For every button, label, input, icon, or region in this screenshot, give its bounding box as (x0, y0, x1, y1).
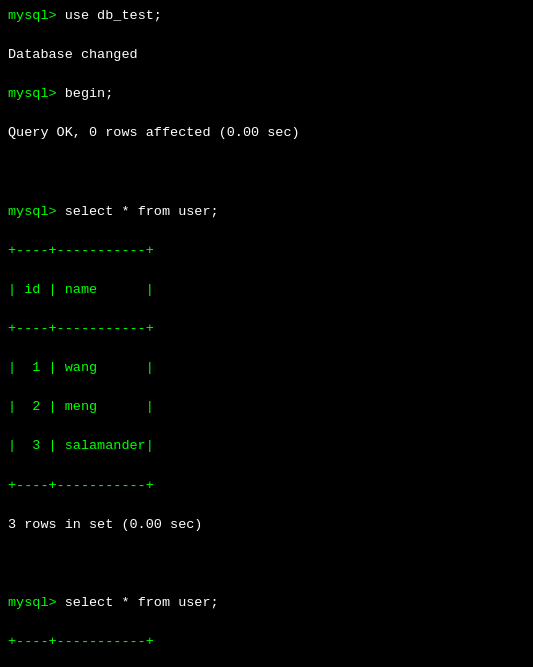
prompt: mysql> (8, 204, 65, 219)
terminal-line: | 2 | meng | (8, 397, 525, 417)
terminal-window: mysql> use db_test; Database changed mys… (8, 6, 525, 667)
command: begin; (65, 86, 114, 101)
command: select * from user; (65, 595, 219, 610)
terminal-line (8, 554, 525, 574)
prompt: mysql> (8, 595, 65, 610)
prompt: mysql> (8, 8, 65, 23)
terminal-line: mysql> select * from user; (8, 202, 525, 222)
terminal-line: Database changed (8, 45, 525, 65)
command: select * from user; (65, 204, 219, 219)
prompt: mysql> (8, 86, 65, 101)
terminal-line: +----+-----------+ (8, 632, 525, 652)
terminal-line: Query OK, 0 rows affected (0.00 sec) (8, 123, 525, 143)
terminal-line: +----+-----------+ (8, 241, 525, 261)
terminal-line: mysql> use db_test; (8, 6, 525, 26)
terminal-line: +----+-----------+ (8, 476, 525, 496)
terminal-line (8, 163, 525, 183)
terminal-line: 3 rows in set (0.00 sec) (8, 515, 525, 535)
terminal-line: mysql> begin; (8, 84, 525, 104)
terminal-line: +----+-----------+ (8, 319, 525, 339)
terminal-line: | id | name | (8, 280, 525, 300)
terminal-line: mysql> select * from user; (8, 593, 525, 613)
terminal-line: | 3 | salamander| (8, 436, 525, 456)
command: use db_test; (65, 8, 162, 23)
terminal-line: | 1 | wang | (8, 358, 525, 378)
